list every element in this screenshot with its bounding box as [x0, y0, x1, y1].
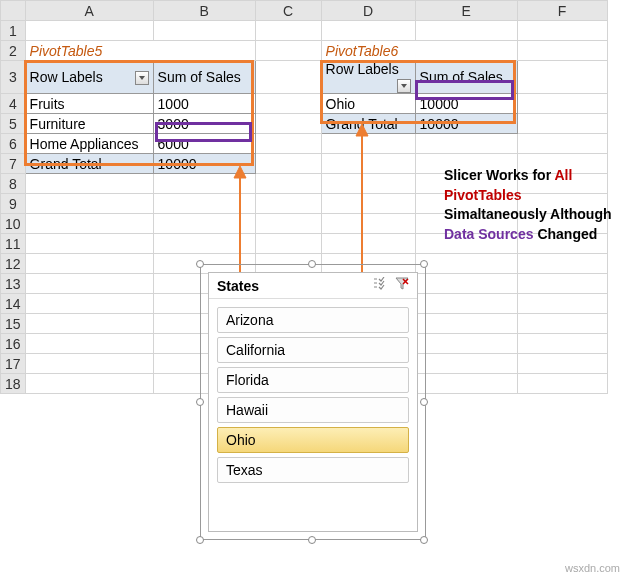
pivot5-title: PivotTable5 — [25, 41, 255, 61]
pivot5-row-label[interactable]: Fruits — [25, 94, 153, 114]
row-header[interactable]: 8 — [1, 174, 26, 194]
pivot5-row-label[interactable]: Furniture — [25, 114, 153, 134]
slicer-title: States — [217, 278, 259, 294]
col-header-C[interactable]: C — [255, 1, 321, 21]
row-header[interactable]: 14 — [1, 294, 26, 314]
connector-arrow — [232, 166, 248, 272]
pivot5-row-value[interactable]: 6000 — [153, 134, 255, 154]
pivot6-values-header: Sum of Sales — [415, 61, 517, 94]
pivot6-row-label[interactable]: Ohio — [321, 94, 415, 114]
filter-dropdown-icon[interactable] — [397, 79, 411, 93]
clear-filter-icon[interactable] — [395, 277, 409, 294]
row-header[interactable]: 11 — [1, 234, 26, 254]
row-header[interactable]: 3 — [1, 61, 26, 94]
pivot5-rowlabels-header[interactable]: Row Labels — [25, 61, 153, 94]
slicer-item[interactable]: California — [217, 337, 409, 363]
row-header[interactable]: 1 — [1, 21, 26, 41]
slicer-item[interactable]: Texas — [217, 457, 409, 483]
col-header-A[interactable]: A — [25, 1, 153, 21]
row-header[interactable]: 12 — [1, 254, 26, 274]
resize-handle[interactable] — [420, 260, 428, 268]
slicer-item[interactable]: Arizona — [217, 307, 409, 333]
row-header[interactable]: 17 — [1, 354, 26, 374]
slicer-item[interactable]: Florida — [217, 367, 409, 393]
annotation-text: Slicer Works for All PivotTables Simalta… — [444, 166, 614, 244]
resize-handle[interactable] — [308, 536, 316, 544]
svg-marker-3 — [356, 124, 368, 136]
pivot5-row-label[interactable]: Home Appliances — [25, 134, 153, 154]
row-header[interactable]: 6 — [1, 134, 26, 154]
row-header[interactable]: 13 — [1, 274, 26, 294]
row-header[interactable]: 5 — [1, 114, 26, 134]
resize-handle[interactable] — [420, 398, 428, 406]
pivot6-rowlabels-header[interactable]: Row Labels — [321, 61, 415, 94]
pivot6-title: PivotTable6 — [321, 41, 517, 61]
resize-handle[interactable] — [196, 398, 204, 406]
svg-marker-1 — [234, 166, 246, 178]
row-header[interactable]: 15 — [1, 314, 26, 334]
row-header[interactable]: 10 — [1, 214, 26, 234]
pivot6-row-value[interactable]: 10000 — [415, 94, 517, 114]
filter-dropdown-icon[interactable] — [135, 71, 149, 85]
multi-select-icon[interactable] — [373, 277, 389, 294]
slicer-states[interactable]: States Arizona California Florida Hawaii… — [208, 272, 418, 532]
resize-handle[interactable] — [420, 536, 428, 544]
watermark: wsxdn.com — [565, 562, 620, 574]
col-header-D[interactable]: D — [321, 1, 415, 21]
resize-handle[interactable] — [196, 260, 204, 268]
pivot5-grandtotal-label[interactable]: Grand Total — [25, 154, 153, 174]
pivot5-values-header: Sum of Sales — [153, 61, 255, 94]
select-all[interactable] — [1, 1, 26, 21]
resize-handle[interactable] — [196, 536, 204, 544]
row-header[interactable]: 9 — [1, 194, 26, 214]
col-header-F[interactable]: F — [517, 1, 607, 21]
col-header-B[interactable]: B — [153, 1, 255, 21]
row-header[interactable]: 7 — [1, 154, 26, 174]
row-header[interactable]: 16 — [1, 334, 26, 354]
row-header[interactable]: 2 — [1, 41, 26, 61]
resize-handle[interactable] — [308, 260, 316, 268]
row-header[interactable]: 18 — [1, 374, 26, 394]
connector-arrow — [354, 124, 370, 272]
slicer-item[interactable]: Hawaii — [217, 397, 409, 423]
pivot5-row-value[interactable]: 1000 — [153, 94, 255, 114]
slicer-item[interactable]: Ohio — [217, 427, 409, 453]
col-header-E[interactable]: E — [415, 1, 517, 21]
pivot5-row-value[interactable]: 3000 — [153, 114, 255, 134]
row-header[interactable]: 4 — [1, 94, 26, 114]
pivot6-grandtotal-value[interactable]: 10000 — [415, 114, 517, 134]
slicer-body: Arizona California Florida Hawaii Ohio T… — [209, 299, 417, 491]
